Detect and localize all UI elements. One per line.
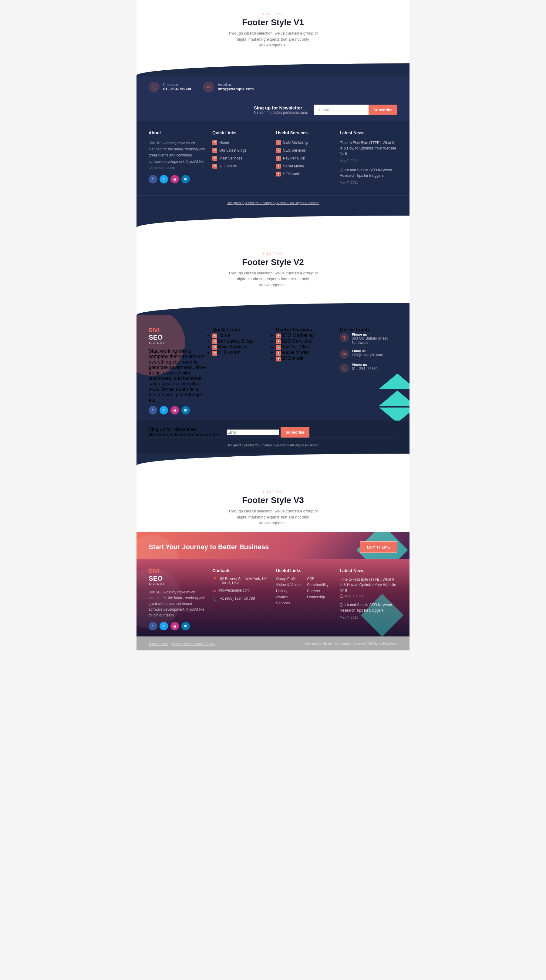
about-text-v1: Divi SEO Agency have much planned for th… [149,140,206,171]
twitter-icon-v3[interactable]: t [159,622,168,630]
about-col-v1: About Divi SEO Agency have much planned … [149,130,206,189]
news-link-1-v1[interactable]: Time to First Byte (TTFB): What It Is & … [340,140,397,156]
email-wrap-v2[interactable]: Subscribe [227,427,309,438]
twitter-icon-v2[interactable]: t [159,406,168,415]
list-item[interactable]: 📢Main Services [212,344,270,350]
list-item[interactable]: 📢Home [212,140,270,145]
facebook-icon-v2[interactable]: f [149,406,157,415]
list-item[interactable]: 📢Pay Per Click [276,344,334,350]
list-item[interactable]: 📢Pay Per Click [276,156,334,161]
wave-bottom-v2 [137,453,409,466]
link-leadership[interactable]: Leadership [307,595,334,599]
hero-cta-v3: Start Your Journey to Better Business BU… [149,541,397,553]
social-icons-v2: f t ◉ in [149,406,206,415]
footer-v2-inner: DIVI SEO AGENCY Start working with a com… [137,324,409,453]
facebook-icon-v3[interactable]: f [149,622,157,630]
linkedin-icon-v1[interactable]: in [181,175,190,183]
email-icon-v2: ✉ [340,350,349,359]
list-item[interactable]: 📢Our Latest Blogs [212,148,270,153]
email-input-v2[interactable] [227,430,279,435]
link-sustainability[interactable]: Sustainability [307,583,334,587]
privacy-link-v3[interactable]: Privacy Environmental Policy [172,642,215,646]
link-group-profile[interactable]: Group Profile [276,577,303,581]
link-history[interactable]: History [276,589,303,593]
megaphone-icon: 📢 [212,156,217,161]
instagram-icon-v1[interactable]: ◉ [170,175,179,183]
copyright-link-v2[interactable]: Designed by Enter Your company Name © Al… [227,443,319,447]
email-input-v1[interactable] [314,105,369,115]
link-vision-values[interactable]: Vision & Values [276,583,303,587]
subscribe-btn-v2[interactable]: Subscribe [280,427,309,438]
git-phone-label-v2: Phone us [352,363,378,367]
list-item[interactable]: 📢Main Services [212,156,270,161]
contacts-email-v3: ✉ info@example.com [212,588,270,593]
logo-v3: DIVI SEO AGENCY [149,568,206,586]
footer-v3-bottom: Terms of use Privacy Environmental Polic… [137,636,409,651]
footer-cols-v1: About Divi SEO Agency have much planned … [137,121,409,195]
megaphone-icon: 📢 [212,345,217,350]
megaphone-icon: 📢 [276,356,281,361]
git-phone-v2: 📞 Phone us 01 - 234- 56889 [340,363,397,373]
megaphone-icon: 📢 [212,351,217,356]
list-item[interactable]: 📢SEO Audit [276,172,334,177]
footer-v3-cols: DIVI SEO AGENCY Divi SEO Agency have muc… [149,568,397,631]
social-icons-v1: f t ◉ in [149,175,206,183]
social-icons-v3: f t ◉ in [149,622,206,630]
footer-v2: DIVI SEO AGENCY Start working with a com… [137,315,409,453]
git-email-label-v2: Email us [352,349,383,353]
linkedin-icon-v2[interactable]: in [181,406,190,415]
linkedin-icon-v3[interactable]: in [181,622,190,630]
useful-links-grid-v3: Group Profile CSR Vision & Values Sustai… [276,577,334,605]
link-awards[interactable]: Awards [276,595,303,599]
footer-v2-cols: DIVI SEO AGENCY Start working with a com… [137,324,409,420]
list-item[interactable]: 📢SEO Services [276,338,334,344]
news-link-2-v1[interactable]: Quick and Simple SEO Keyword Research Ti… [340,167,397,178]
facebook-icon-v1[interactable]: f [149,175,157,183]
useful-links-col-v3: Useful Links Group Profile CSR Vision & … [276,568,334,631]
subscribe-btn-v1[interactable]: Subscribe [369,105,397,115]
list-item[interactable]: 📢All Experts [212,164,270,169]
news-link-1-v3[interactable]: Time to First Byte (TTFB): What It Is & … [340,577,397,593]
list-item[interactable]: 📢SEO Audit [276,356,334,361]
list-item[interactable]: 📢Home [212,332,270,338]
megaphone-icon: 📢 [276,339,281,344]
newsletter-bar-v1: 📞 Phone us 01 - 234- 56889 ✉ Email us in… [137,75,409,121]
list-item[interactable]: 📢SEO Services [276,148,334,153]
git-address-value-v2: 503 Old Buffalo Street Northwest [352,336,397,345]
megaphone-icon: 📢 [276,156,281,161]
useful-services-col-v1: Useful Services 📢SEO Marketing 📢SEO Serv… [276,130,334,189]
list-item[interactable]: 📢SEO Marketing [276,140,334,145]
list-item[interactable]: 📢All Experts [212,350,270,356]
megaphone-icon: 📢 [276,351,281,356]
terms-link-v3[interactable]: Terms of use [149,642,168,646]
footer-v1-subtitle: Through careful selection, we've curated… [224,30,322,48]
phone-icon-v3: 📞 [212,597,218,601]
list-item[interactable]: 📢SEO Marketing [276,332,334,338]
list-item[interactable]: 📢Social Media [276,164,334,169]
twitter-icon-v1[interactable]: t [159,175,168,183]
copyright-link-v1[interactable]: Designed by Enter Your company Name © Al… [227,201,319,205]
link-services[interactable]: Services [276,601,303,605]
quick-links-list-v1: 📢Home 📢Our Latest Blogs 📢Main Services 📢… [212,140,270,169]
quick-links-col-v1: Quick Links 📢Home 📢Our Latest Blogs 📢Mai… [212,130,270,189]
instagram-icon-v3[interactable]: ◉ [170,622,179,630]
email-wrap-v1[interactable]: Subscribe [314,105,397,115]
nl-text-v2: Sing up for Newsletter Ne summo dictas p… [149,426,221,438]
nl-text-v1: Sing up for Newsletter Ne summo dictas p… [254,105,308,115]
link-careers[interactable]: Careers [307,589,334,593]
email-icon-v1: ✉ [203,81,214,92]
list-item[interactable]: 📢Our Latest Blogs [212,338,270,344]
link-csr[interactable]: CSR [307,577,334,581]
useful-services-heading-v1: Useful Services [276,130,334,135]
footer-v2-bottom: Sing up for Newsletter Ne summo dictas p… [137,420,409,453]
about-col-v3: DIVI SEO AGENCY Divi SEO Agency have muc… [149,568,206,631]
instagram-icon-v2[interactable]: ◉ [170,406,179,415]
get-in-touch-col-v2: Get In Touch 📍 Phone us 503 Old Buffalo … [340,327,397,377]
phone-value-v1: 01 - 234- 56889 [163,87,191,91]
contacts-phone-v3: 📞 +1 (800) 123 456 789 [212,597,270,601]
news-link-2-v3[interactable]: Quick and Simple SEO Keyword Research Ti… [340,602,397,613]
git-address-v2: 📍 Phone us 503 Old Buffalo Street Northw… [340,332,397,345]
contacts-heading-v3: Contacts [212,568,270,573]
buy-theme-btn-v3[interactable]: BUY THEME [360,541,397,553]
list-item[interactable]: 📢Social Media [276,350,334,356]
